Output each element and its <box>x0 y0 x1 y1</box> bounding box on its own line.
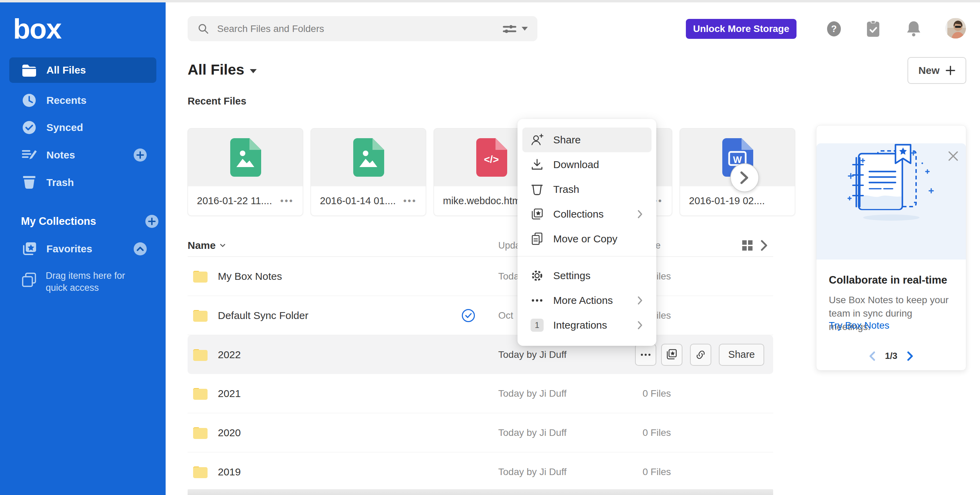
sort-by-name[interactable]: Name <box>188 240 226 251</box>
chevron-down-icon <box>220 244 226 247</box>
recent-files-heading: Recent Files <box>188 95 247 107</box>
folder-icon <box>21 64 37 76</box>
row-more-options-button[interactable] <box>635 344 656 366</box>
more-options-icon[interactable]: ••• <box>403 196 417 206</box>
more-options-icon[interactable]: ••• <box>280 196 294 206</box>
sidebar-item-notes[interactable]: Notes <box>9 142 156 168</box>
promo-title: Collaborate in real-time <box>829 274 953 286</box>
add-note-button[interactable] <box>133 148 147 162</box>
expand-panel-icon[interactable] <box>761 240 768 251</box>
table-row[interactable]: Default Sync Folder Oct 0 Files <box>188 296 773 335</box>
menu-item-settings[interactable]: Settings <box>522 263 652 288</box>
submenu-chevron-icon <box>638 296 643 304</box>
pager-next-icon[interactable] <box>907 351 913 361</box>
trash-icon <box>529 183 545 196</box>
bell-icon[interactable] <box>906 21 921 37</box>
new-button-label: New <box>918 65 940 76</box>
copy-icon <box>529 232 545 245</box>
sidebar-item-trash[interactable]: Trash <box>9 170 156 195</box>
ellipsis-icon <box>641 353 651 356</box>
new-button[interactable]: New <box>907 57 966 84</box>
synced-check-icon <box>461 308 476 323</box>
my-collections-header: My Collections <box>21 211 156 232</box>
user-avatar[interactable] <box>945 18 966 38</box>
carousel-next-button[interactable] <box>730 163 759 192</box>
menu-divider <box>517 256 656 256</box>
row-shared-link-button[interactable] <box>690 344 711 366</box>
table-row[interactable]: 2020 Today by Ji Duff 0 Files <box>188 413 773 452</box>
grid-view-icon[interactable] <box>741 240 753 251</box>
table-row[interactable]: 2021 Today by Ji Duff 0 Files <box>188 374 773 413</box>
menu-item-integrations[interactable]: 1 Integrations <box>522 313 652 337</box>
ellipsis-icon <box>529 299 545 302</box>
sidebar-item-favorites[interactable]: Favorites <box>9 236 156 262</box>
try-box-notes-link[interactable]: Try Box Notes <box>829 320 889 331</box>
row-updated: Today by Ji Duff <box>498 466 566 477</box>
clock-icon <box>21 93 37 108</box>
help-icon[interactable]: ? <box>826 21 842 37</box>
file-card[interactable]: 2016-01-22 11....••• <box>188 128 303 216</box>
search-input[interactable] <box>216 23 503 35</box>
row-name: Default Sync Folder <box>218 310 308 322</box>
folder-icon <box>192 309 208 322</box>
menu-item-move-or-copy[interactable]: Move or Copy <box>522 226 652 251</box>
page-title-dropdown[interactable]: All Files <box>188 61 257 78</box>
gear-icon <box>529 269 545 282</box>
image-file-icon <box>353 138 384 177</box>
menu-item-label: Collections <box>553 209 604 220</box>
search-filter-button[interactable] <box>503 23 528 34</box>
file-card-name: 2016-01-19 02.... <box>689 195 786 207</box>
file-card[interactable]: 2016-01-14 01....••• <box>311 128 426 216</box>
context-menu: Share Download Trash Collections <box>517 119 656 346</box>
notebook-illustration <box>843 143 939 223</box>
collapse-favorites-button[interactable] <box>133 242 147 256</box>
folder-icon <box>192 348 208 361</box>
trash-icon <box>21 176 37 189</box>
row-name: 2022 <box>218 349 241 361</box>
table-row[interactable]: 2019 Today by Ji Duff 0 Files <box>188 452 773 492</box>
menu-item-collections[interactable]: Collections <box>522 202 652 226</box>
promo-pager: 1/3 <box>816 351 966 361</box>
pager-prev-icon[interactable] <box>869 351 875 361</box>
row-updated: Today by Ji Duff <box>498 349 566 360</box>
add-collection-button[interactable] <box>145 214 159 229</box>
submenu-chevron-icon <box>638 321 643 329</box>
menu-item-label: Settings <box>553 270 590 282</box>
tasks-clipboard-icon[interactable] <box>865 21 881 37</box>
svg-text:</>: </> <box>484 154 499 165</box>
row-add-to-collection-button[interactable] <box>661 344 682 366</box>
sidebar-item-all-files[interactable]: All Files <box>9 57 156 83</box>
sidebar-item-synced[interactable]: Synced <box>9 115 156 140</box>
menu-item-label: Download <box>553 159 599 170</box>
menu-item-trash[interactable]: Trash <box>522 177 652 202</box>
drag-hint-text: Drag items here for quick access <box>46 270 145 294</box>
unlock-storage-button[interactable]: Unlock More Storage <box>686 19 797 39</box>
file-list: Name Updated Size My Box Notes Today by … <box>188 234 773 492</box>
close-icon[interactable] <box>948 151 958 161</box>
chevron-right-icon <box>740 171 749 184</box>
name-column-label: Name <box>188 240 216 251</box>
row-share-button[interactable]: Share <box>719 344 764 366</box>
table-row[interactable]: My Box Notes Today by Ji Duff 0 Files <box>188 257 773 296</box>
menu-item-download[interactable]: Download <box>522 152 652 177</box>
row-size: 0 Files <box>643 466 671 477</box>
search-icon <box>198 23 209 34</box>
file-card-name: 2016-01-22 11.... <box>197 195 280 207</box>
image-file-icon <box>229 138 261 177</box>
folder-icon <box>192 426 208 440</box>
table-row-hovered[interactable]: 2022 Today by Ji Duff Share <box>188 335 773 374</box>
collections-icon <box>666 349 678 361</box>
collections-icon <box>529 208 545 220</box>
row-name: 2021 <box>218 388 241 400</box>
menu-item-more-actions[interactable]: More Actions <box>522 288 652 313</box>
sidebar-item-recents[interactable]: Recents <box>9 88 156 113</box>
list-header: Name Updated Size <box>188 234 773 257</box>
svg-text:?: ? <box>831 24 837 34</box>
menu-item-share[interactable]: Share <box>522 127 652 152</box>
drag-hint: Drag items here for quick access <box>21 270 145 294</box>
search-bar <box>188 16 538 41</box>
box-logo: box <box>13 13 61 45</box>
scroll-shadow <box>188 489 773 495</box>
share-button-label: Share <box>728 349 754 360</box>
sidebar-item-label: Recents <box>46 94 87 106</box>
